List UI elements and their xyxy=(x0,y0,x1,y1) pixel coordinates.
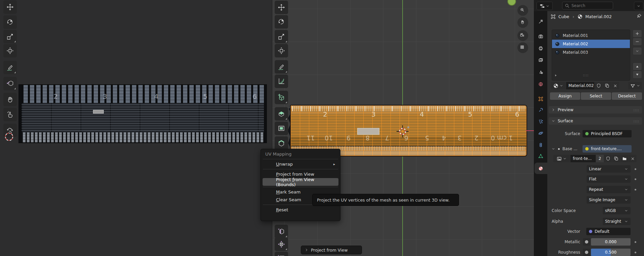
material-slot-material.001[interactable]: Material.001 xyxy=(552,31,630,40)
move-slot-down-button[interactable] xyxy=(633,71,642,79)
move-tool[interactable] xyxy=(3,0,17,14)
breadcrumb-object[interactable]: Cube xyxy=(558,14,569,19)
measure-tool[interactable] xyxy=(275,75,288,88)
list-resize-grip[interactable]: :::: xyxy=(583,73,589,77)
decorator-dot-icon[interactable] xyxy=(635,241,636,243)
decorator-dot-icon[interactable] xyxy=(558,148,560,150)
properties-tab-tool[interactable] xyxy=(537,17,545,26)
menu-item-unwrap[interactable]: Unwrap▸ xyxy=(263,160,338,168)
image-fake-user-button[interactable] xyxy=(604,155,612,162)
open-image-button[interactable] xyxy=(620,155,629,162)
dropdown-repeat[interactable]: Repeat xyxy=(587,186,631,193)
breadcrumb-material[interactable]: Material.002 xyxy=(585,14,612,19)
inset-faces-tool[interactable] xyxy=(275,122,288,135)
annotate-tool[interactable] xyxy=(3,61,17,74)
properties-tab-world[interactable] xyxy=(537,80,545,88)
decorator-dot-icon[interactable] xyxy=(635,189,636,190)
properties-tab-scene[interactable] xyxy=(537,68,545,76)
move-slot-up-button[interactable] xyxy=(633,62,642,71)
roughness-slider[interactable]: 0.500 xyxy=(591,249,631,256)
add-cube-tool[interactable] xyxy=(275,91,288,104)
properties-tab-particles[interactable] xyxy=(537,117,545,125)
properties-tab-constraints[interactable] xyxy=(537,141,545,149)
menu-item-reset[interactable]: Reset xyxy=(263,206,338,214)
edge-slide-tool[interactable] xyxy=(275,225,288,238)
properties-tab-render[interactable] xyxy=(537,32,545,40)
uv-editor-area[interactable]: 23456 xyxy=(0,0,272,256)
nav-pan-button[interactable] xyxy=(517,17,528,28)
properties-tab-view-layer[interactable] xyxy=(537,56,545,64)
search-input[interactable]: Search xyxy=(562,2,613,9)
image-name-field[interactable]: front-te... xyxy=(570,155,596,162)
panel-surface-header[interactable]: Surface :::: xyxy=(549,117,642,125)
roughness-socket[interactable] xyxy=(583,249,590,256)
expand-triangle-icon[interactable] xyxy=(554,74,558,77)
rotate-tool[interactable] xyxy=(3,15,17,29)
uv-layout-wireframe[interactable]: 23456 xyxy=(18,84,267,143)
properties-tab-material[interactable] xyxy=(537,164,545,172)
uv-2d-cursor[interactable] xyxy=(3,131,15,143)
uv-selected-face[interactable] xyxy=(93,110,104,114)
properties-tab-object[interactable] xyxy=(537,95,545,103)
surface-shader-button[interactable]: Principled BSDF xyxy=(583,130,632,137)
image-users-button[interactable]: 2 xyxy=(596,155,604,162)
panel-grip[interactable]: :::: xyxy=(634,108,639,112)
dropdown-single-image[interactable]: Single Image xyxy=(587,196,631,204)
metallic-socket[interactable] xyxy=(583,238,590,246)
unlink-image-button[interactable] xyxy=(629,155,637,162)
properties-tab-output[interactable] xyxy=(537,44,545,52)
panel-grip[interactable]: :::: xyxy=(634,119,639,123)
metallic-slider[interactable]: 0.000 xyxy=(591,238,631,246)
color-space-dropdown[interactable]: sRGB xyxy=(603,207,631,214)
editor-type-button[interactable] xyxy=(537,2,553,10)
relax-tool[interactable] xyxy=(3,108,17,121)
header-options-button[interactable] xyxy=(634,2,643,10)
shear-tool[interactable] xyxy=(275,252,288,256)
dropdown-linear[interactable]: Linear xyxy=(587,165,631,173)
transform-tool[interactable] xyxy=(275,44,288,57)
material-slot-material.002[interactable]: Material.002 xyxy=(552,40,630,48)
panel-preview-header[interactable]: Preview :::: xyxy=(549,106,642,114)
add-material-slot-button[interactable] xyxy=(633,30,642,38)
slot-specials-button[interactable] xyxy=(633,47,642,55)
decorator-dot-icon[interactable] xyxy=(635,178,636,180)
scale-tool[interactable] xyxy=(275,30,288,43)
copy-image-button[interactable] xyxy=(612,155,620,162)
dropdown-flat[interactable]: Flat xyxy=(587,175,631,183)
material-name-field[interactable]: Material.002 xyxy=(566,82,594,89)
nav-grid-button[interactable] xyxy=(517,42,528,53)
decorator-dot-icon[interactable] xyxy=(635,168,636,170)
browse-material-button[interactable] xyxy=(551,82,566,89)
properties-tab-modifiers[interactable] xyxy=(537,106,545,114)
alpha-dropdown[interactable]: Straight xyxy=(603,218,631,225)
mesh-selected-face[interactable] xyxy=(357,128,379,135)
material-slot-list[interactable]: Material.001Material.002Material.003 xyxy=(552,30,630,81)
assign-button[interactable]: Assign xyxy=(550,92,580,100)
vector-input-button[interactable]: Default xyxy=(586,228,631,235)
properties-tab-physics[interactable] xyxy=(537,129,545,137)
grab-tool[interactable] xyxy=(3,93,17,106)
rotate-tool[interactable] xyxy=(275,15,288,29)
remove-material-slot-button[interactable] xyxy=(633,38,642,46)
extrude-region-tool[interactable] xyxy=(275,107,288,121)
pin-icon[interactable] xyxy=(637,13,642,18)
scale-tool[interactable] xyxy=(3,30,17,43)
select-button[interactable]: Select xyxy=(581,92,611,100)
nav-zoom-button[interactable] xyxy=(517,5,528,16)
nav-camera-button[interactable] xyxy=(517,30,528,41)
material-link-dropdown[interactable] xyxy=(628,82,642,89)
deselect-button[interactable]: Deselect xyxy=(612,92,642,100)
shrink-fatten-tool[interactable] xyxy=(275,238,288,251)
properties-tab-data[interactable] xyxy=(537,152,545,160)
base-color-row-left[interactable]: Base ... xyxy=(551,145,577,153)
operator-panel-collapsed[interactable]: Project from View xyxy=(301,246,362,254)
copy-material-button[interactable] xyxy=(603,82,611,89)
fake-user-button[interactable] xyxy=(595,82,602,89)
annotate-tool[interactable] xyxy=(275,60,288,74)
unlink-material-button[interactable] xyxy=(611,82,619,89)
browse-image-button[interactable] xyxy=(553,155,570,162)
bevel-tool[interactable] xyxy=(275,136,288,150)
base-color-input-button[interactable]: front-texture.... xyxy=(583,145,632,153)
rip-region-tool[interactable] xyxy=(3,77,17,90)
move-tool[interactable] xyxy=(275,1,288,14)
